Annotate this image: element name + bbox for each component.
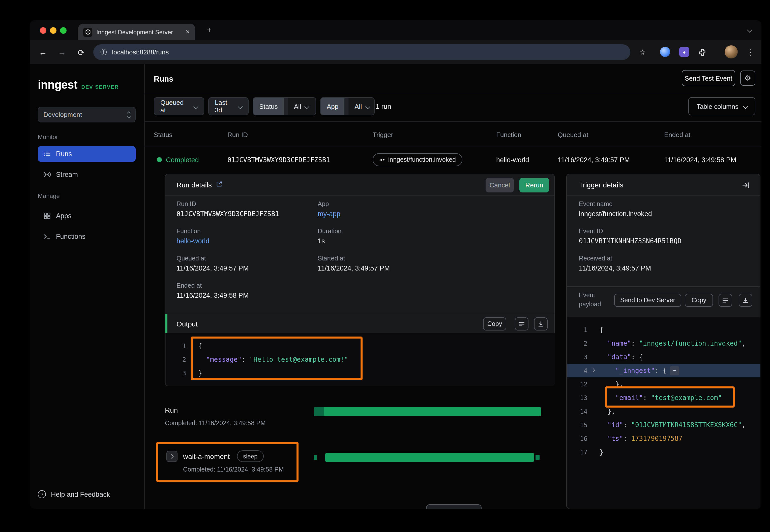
apps-grid-icon — [43, 212, 51, 220]
line-number: 2 — [166, 353, 186, 366]
extension-icon-2[interactable]: ● — [679, 47, 689, 57]
sidebar-item-label: Runs — [56, 150, 72, 158]
inngest-app: inngest DEV SERVER Development Monitor R… — [30, 64, 761, 509]
divider — [145, 121, 761, 122]
code-line: 2 "name": "inngest/function.invoked", — [567, 337, 760, 350]
profile-avatar[interactable] — [725, 45, 738, 58]
code-line: 1{ — [567, 323, 760, 337]
line-number: 16 — [567, 432, 588, 445]
output-copy-button[interactable]: Copy — [483, 317, 506, 330]
line-number: 12 — [567, 377, 588, 391]
tab-close-icon[interactable]: ✕ — [185, 29, 190, 35]
sidebar-item-runs[interactable]: Runs — [38, 146, 136, 162]
browser-tab[interactable]: Inngest Development Server ✕ — [78, 24, 195, 40]
open-external-icon[interactable] — [216, 180, 223, 189]
line-number: 3 — [567, 350, 588, 364]
sidebar-item-label: Apps — [56, 212, 72, 220]
run-id-cell[interactable]: 01JCVBTMV3WXY9D3CFDEJFZSB1 — [228, 156, 330, 164]
table-columns-button[interactable]: Table columns — [688, 97, 755, 115]
environment-selector[interactable]: Development — [38, 107, 136, 122]
field-value: inngest/function.invoked — [579, 210, 682, 218]
chevron-down-icon — [238, 104, 243, 109]
status-filter[interactable]: Status All — [253, 97, 316, 115]
send-to-dev-server-button[interactable]: Send to Dev Server — [614, 294, 681, 307]
reload-icon[interactable]: ⟳ — [75, 46, 87, 58]
timeline-run-label[interactable]: Run — [165, 406, 178, 414]
field-label: Event ID — [579, 228, 682, 235]
code-line: 4 "_inngest": {⋯ — [567, 364, 760, 377]
expand-bottom-icon[interactable] — [739, 294, 752, 307]
payload-copy-button[interactable]: Copy — [685, 294, 713, 307]
back-icon[interactable]: ← — [37, 46, 49, 58]
chevron-down-icon — [365, 104, 370, 109]
new-tab-button[interactable]: + — [203, 24, 215, 36]
browser-menu-kebab-icon[interactable]: ⋮ — [744, 46, 756, 58]
function-link[interactable]: hello-world — [176, 237, 318, 245]
field-duration: Duration 1s — [318, 228, 390, 255]
field-value: 11/16/2024, 3:49:57 PM — [318, 264, 390, 272]
function-cell[interactable]: hello-world — [496, 156, 529, 164]
sidebar-item-stream[interactable]: Stream — [38, 167, 136, 182]
bar-sleep-segment — [325, 453, 534, 462]
chevron-down-icon — [194, 104, 199, 109]
column-header-run-id: Run ID — [228, 131, 248, 139]
cancel-button[interactable]: Cancel — [486, 178, 514, 192]
step-start-tick — [314, 455, 317, 460]
manage-section-label: Manage — [38, 192, 60, 199]
filter-value: All — [294, 103, 301, 110]
event-icon: «• — [379, 156, 385, 163]
queued-at-filter[interactable]: Queued at — [154, 97, 204, 115]
code-text: "data": { — [588, 350, 643, 364]
collapse-panel-icon[interactable] — [742, 181, 749, 191]
window-close-button[interactable] — [40, 27, 46, 34]
run-status[interactable]: Completed — [166, 156, 199, 164]
help-and-feedback[interactable]: ? Help and Feedback — [38, 490, 110, 498]
address-bar[interactable]: ⓘ localhost:8288/runs — [93, 44, 630, 60]
expand-bottom-icon[interactable] — [534, 317, 547, 330]
inngest-logo: inngest — [38, 78, 77, 92]
filter-label: Queued at — [160, 99, 190, 114]
wrap-lines-icon[interactable] — [719, 294, 732, 307]
field-app: App my-app — [318, 201, 390, 228]
sidebar-item-apps[interactable]: Apps — [38, 208, 136, 224]
step-timeline-bar — [325, 453, 534, 462]
line-number: 17 — [567, 445, 588, 459]
window-minimize-button[interactable] — [50, 27, 56, 34]
divider — [145, 147, 761, 147]
partially-visible-button[interactable] — [426, 504, 481, 509]
forward-icon[interactable]: → — [56, 46, 68, 58]
code-line: 16 "ts": 1731790197587 — [567, 432, 760, 445]
site-info-icon[interactable]: ⓘ — [100, 48, 107, 57]
app-link[interactable]: my-app — [318, 210, 390, 218]
table-columns-label: Table columns — [697, 103, 739, 110]
run-details-fields: Run ID 01JCVBTMV3WXY9D3CFDEJFZSB1 App my… — [176, 201, 390, 309]
trigger-details-header: Trigger details — [567, 174, 760, 196]
send-test-event-button[interactable]: Send Test Event — [682, 70, 735, 86]
bookmark-star-icon[interactable]: ☆ — [636, 46, 649, 58]
trigger-pill[interactable]: «• inngest/function.invoked — [373, 153, 462, 166]
field-event-id: Event ID 01JCVBTMTKNHNHZ3SN64R51BQD — [579, 228, 682, 255]
app-filter[interactable]: App All — [320, 97, 375, 115]
bar-queue-segment — [314, 407, 324, 416]
code-text: "name": "inngest/function.invoked", — [588, 337, 746, 350]
extension-icon-1[interactable] — [660, 47, 670, 57]
code-text: "id": "01JCVBTMTKR41S8STTKEXSKX6C", — [588, 418, 746, 432]
settings-gear-icon[interactable]: ⚙ — [740, 71, 755, 86]
time-range-filter[interactable]: Last 3d — [208, 97, 249, 115]
chevron-down-icon — [743, 104, 748, 109]
line-number: 1 — [166, 339, 186, 353]
line-number: 1 — [567, 323, 588, 337]
wrap-lines-icon[interactable] — [515, 317, 528, 330]
field-value: 11/16/2024, 3:49:57 PM — [579, 264, 682, 272]
line-number: 13 — [567, 391, 588, 405]
tab-overflow-chevron-icon[interactable] — [747, 27, 752, 32]
line-number: 14 — [567, 405, 588, 418]
code-line: 15 "id": "01JCVBTMTKR41S8STTKEXSKX6C", — [567, 418, 760, 432]
window-zoom-button[interactable] — [60, 27, 67, 34]
extensions-puzzle-icon[interactable] — [696, 46, 709, 58]
annotation-box-output — [190, 337, 363, 380]
column-header-status: Status — [154, 131, 172, 139]
run-details-title: Run details — [176, 181, 212, 189]
sidebar-item-functions[interactable]: Functions — [38, 229, 136, 244]
rerun-button[interactable]: Rerun — [519, 178, 549, 192]
